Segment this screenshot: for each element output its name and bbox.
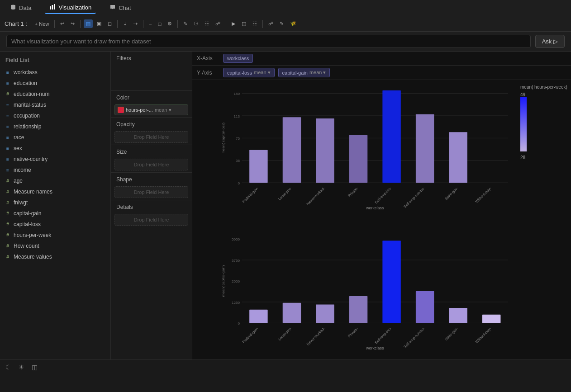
sep1 [54, 20, 55, 28]
field-type-icon: ≡ [5, 145, 11, 151]
svg-rect-44 [249, 310, 267, 323]
ask-bar: Ask ▷ [0, 32, 571, 52]
sep4 [143, 20, 143, 28]
field-name-label: capital-gain [14, 210, 100, 217]
export-btn[interactable]: ◫ [239, 19, 248, 28]
field-item-occupation[interactable]: ≡ occupation ⋮ [0, 110, 110, 121]
moon-icon[interactable]: ☾ [5, 364, 11, 371]
details-drop[interactable]: Drop Field Here [114, 214, 188, 226]
chart-type-btn[interactable]: ▤ [84, 19, 93, 28]
fit-btn[interactable]: □ [156, 20, 164, 28]
field-item-fnlwgt[interactable]: # fnlwgt ⋮ [0, 197, 110, 208]
monitor-icon[interactable]: ◫ [32, 364, 38, 371]
table-btn[interactable]: ☷ [202, 19, 211, 28]
field-item-capital-gain[interactable]: # capital-gain ⋮ [0, 208, 110, 219]
field-item-sex[interactable]: ≡ sex ⋮ [0, 143, 110, 154]
field-item-race[interactable]: ≡ race ⋮ [0, 132, 110, 143]
field-type-icon: # [5, 189, 11, 195]
top-chart-svg: 03875113150Federal-gov-Local-gov-Never-w… [219, 85, 512, 212]
color-field-name: hours-per-... [126, 107, 153, 113]
shape-drop[interactable]: Drop Field Here [114, 186, 188, 198]
redo-btn[interactable]: ↪ [68, 19, 77, 28]
svg-text:Self-emp-inc-: Self-emp-inc- [374, 186, 393, 205]
field-item-marital-status[interactable]: ≡ marital-status ⋮ [0, 99, 110, 110]
layer-btn[interactable]: ◻ [105, 19, 114, 28]
bottom-chart-container: 01250250037505000Federal-gov-Local-gov-N… [192, 226, 517, 359]
size-drop[interactable]: Drop Field Here [114, 159, 188, 170]
field-item-income[interactable]: ≡ income ⋮ [0, 165, 110, 175]
svg-text:1250: 1250 [232, 300, 240, 304]
field-item-relationship[interactable]: ≡ relationship ⋮ [0, 121, 110, 132]
svg-rect-48 [316, 304, 334, 323]
brush-btn[interactable]: 🌾 [288, 19, 299, 28]
ask-input[interactable] [6, 35, 531, 48]
color-pill[interactable]: 🗑 hours-per-... mean ▾ [114, 104, 188, 115]
field-type-icon: ≡ [5, 80, 11, 86]
field-item-education[interactable]: ≡ education ⋮ [0, 78, 110, 89]
legend-max: 49 [520, 92, 525, 97]
field-item-Measure values[interactable]: # Measure values ⋮ [0, 251, 110, 262]
field-name-label: age [14, 178, 100, 184]
nav-chat[interactable]: Chat [105, 2, 135, 14]
svg-text:State-gov-: State-gov- [444, 186, 459, 201]
svg-rect-50 [349, 296, 367, 323]
analytics-btn[interactable]: ☍ [213, 19, 223, 28]
legend-min: 28 [520, 155, 525, 160]
svg-text:Never-worked-: Never-worked- [306, 326, 326, 346]
field-item-native-country[interactable]: ≡ native-country ⋮ [0, 154, 110, 165]
svg-text:mean( capital-gain): mean( capital-gain) [221, 265, 225, 297]
undo-btn[interactable]: ↩ [58, 19, 67, 28]
image-btn[interactable]: ⚆ [191, 19, 200, 28]
field-list: Field List ≡ workclass ⋮ ≡ education ⋮ #… [0, 52, 111, 359]
charts-column: 03875113150Federal-gov-Local-gov-Never-w… [192, 80, 517, 359]
field-item-hours-per-week[interactable]: # hours-per-week ⋮ [0, 230, 110, 241]
shelves-panel: Filters Color 🗑 hours-per-... mean ▾ Opa… [111, 52, 192, 359]
bottom-chart-svg: 01250250037505000Federal-gov-Local-gov-N… [219, 230, 512, 352]
color-delete-icon[interactable]: 🗑 [118, 107, 124, 113]
sun-icon[interactable]: ☀ [19, 364, 24, 371]
mark-type-btn[interactable]: ▣ [95, 19, 104, 28]
color-chevron-icon[interactable]: ▾ [169, 107, 171, 113]
x-axis-pill[interactable]: workclass [223, 54, 253, 63]
field-type-icon: # [5, 221, 11, 227]
rows-btn[interactable]: ⇣ [121, 19, 129, 28]
field-type-icon: ≡ [5, 113, 11, 119]
details-title: Details [111, 200, 192, 212]
field-type-icon: ≡ [5, 123, 11, 130]
opacity-title: Opacity [111, 117, 192, 129]
field-name-label: hours-per-week [14, 232, 100, 238]
field-item-Row count[interactable]: # Row count ⋮ [0, 241, 110, 251]
nav-data[interactable]: Data [5, 2, 36, 14]
svg-rect-54 [416, 291, 434, 323]
pen-btn[interactable]: ✎ [181, 19, 190, 28]
svg-rect-2 [52, 5, 53, 9]
opacity-drop[interactable]: Drop Field Here [114, 131, 188, 143]
y-axis-pill-1[interactable]: capital-loss mean ▾ [223, 68, 275, 77]
field-item-capital-loss[interactable]: # capital-loss ⋮ [0, 219, 110, 230]
database-icon [10, 4, 16, 12]
svg-rect-27 [449, 132, 467, 183]
shape-title: Shape [111, 172, 192, 184]
field-name-label: education-num [14, 91, 100, 97]
ask-button[interactable]: Ask ▷ [535, 35, 565, 48]
field-item-education-num[interactable]: # education-num ⋮ [0, 89, 110, 99]
field-item-Measure names[interactable]: # Measure names ⋮ [0, 186, 110, 197]
field-type-icon: ≡ [5, 69, 11, 76]
sep7 [262, 20, 263, 28]
svg-text:mean( capital-loss): mean( capital-loss) [221, 123, 225, 154]
connect-btn[interactable]: ☍ [266, 19, 276, 28]
svg-rect-23 [382, 90, 400, 183]
field-item-workclass[interactable]: ≡ workclass ⋮ [0, 67, 110, 78]
field-item-age[interactable]: # age ⋮ [0, 175, 110, 186]
share-btn[interactable]: ▶ [229, 19, 238, 28]
draw-btn[interactable]: ✎ [277, 19, 286, 28]
svg-rect-52 [382, 241, 400, 323]
zoom-out-btn[interactable]: − [147, 20, 154, 28]
cols-btn[interactable]: ⇢ [131, 19, 140, 28]
y-axis-pill-2[interactable]: capital-gain mean ▾ [278, 68, 330, 77]
settings-btn[interactable]: ⚙ [165, 19, 174, 28]
new-tab-btn[interactable]: + New [33, 20, 52, 28]
field-list-title: Field List [0, 55, 110, 67]
nav-visualization[interactable]: Visualization [45, 2, 96, 14]
save-btn[interactable]: ☷ [250, 19, 259, 28]
